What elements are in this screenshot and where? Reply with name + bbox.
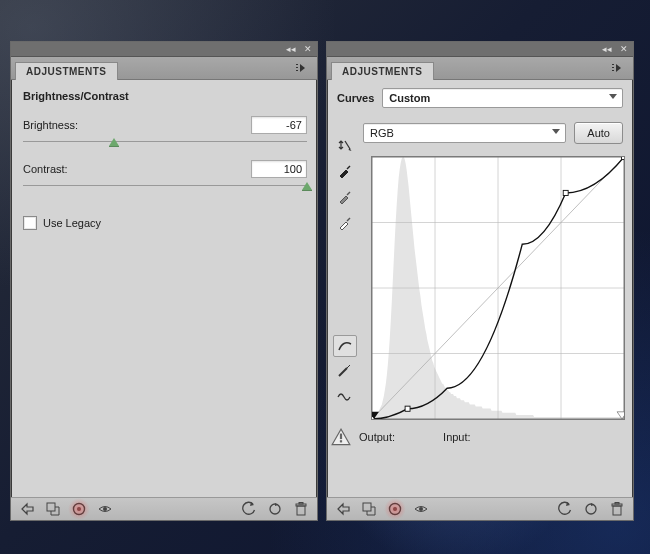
brightness-contrast-panel: ◂◂ ✕ ADJUSTMENTS Brightness/Contrast Bri… [10, 41, 318, 521]
visibility-icon[interactable] [413, 501, 429, 517]
visibility-icon[interactable] [97, 501, 113, 517]
contrast-slider[interactable] [23, 182, 307, 194]
svg-point-30 [393, 507, 397, 511]
trash-icon[interactable] [609, 501, 625, 517]
smooth-curve-icon[interactable] [333, 385, 355, 405]
reset-icon[interactable] [267, 501, 283, 517]
svg-rect-25 [622, 157, 624, 160]
svg-rect-0 [296, 64, 298, 65]
brightness-label: Brightness: [23, 119, 78, 131]
svg-rect-11 [612, 64, 614, 65]
contrast-label: Contrast: [23, 163, 68, 175]
svg-rect-27 [340, 440, 342, 442]
reset-icon[interactable] [583, 501, 599, 517]
svg-point-31 [419, 507, 423, 511]
on-image-adjust-icon[interactable] [334, 135, 356, 155]
tab-adjustments[interactable]: ADJUSTMENTS [15, 62, 118, 80]
brightness-slider[interactable] [23, 138, 307, 150]
return-to-list-icon[interactable] [335, 501, 351, 517]
edit-points-icon[interactable] [333, 335, 357, 357]
use-legacy-checkbox[interactable] [23, 216, 37, 230]
tab-row: ADJUSTMENTS [11, 57, 317, 80]
section-title-row: Curves Custom [337, 88, 623, 108]
white-point-eyedropper-icon[interactable] [334, 213, 356, 233]
panel-footer [327, 497, 633, 520]
svg-rect-10 [299, 503, 303, 505]
curves-panel: ◂◂ ✕ ADJUSTMENTS Curves Custom [326, 41, 634, 521]
channel-dropdown[interactable]: RGB [363, 123, 566, 143]
svg-rect-2 [296, 70, 298, 71]
auto-button[interactable]: Auto [574, 122, 623, 144]
svg-point-6 [103, 507, 107, 511]
output-label: Output: [359, 431, 395, 443]
previous-state-icon[interactable] [557, 501, 573, 517]
use-legacy-label: Use Legacy [43, 217, 101, 229]
svg-rect-24 [563, 190, 568, 195]
panel-body: Brightness/Contrast Brightness: -67 Cont… [11, 80, 317, 497]
expanded-view-icon[interactable] [45, 501, 61, 517]
brightness-input[interactable]: -67 [251, 116, 307, 134]
return-to-list-icon[interactable] [19, 501, 35, 517]
preset-value: Custom [389, 92, 430, 104]
svg-point-5 [77, 507, 81, 511]
curves-grid[interactable] [371, 156, 625, 420]
panel-footer [11, 497, 317, 520]
tab-row: ADJUSTMENTS [327, 57, 633, 80]
panel-titlebar[interactable]: ◂◂ ✕ [11, 42, 317, 57]
section-title: Brightness/Contrast [23, 90, 307, 102]
svg-rect-12 [612, 67, 614, 68]
flyout-menu-icon[interactable] [295, 62, 309, 74]
clip-warning-icon[interactable] [331, 428, 351, 446]
previous-state-icon[interactable] [241, 501, 257, 517]
preset-dropdown[interactable]: Custom [382, 88, 623, 108]
gray-point-eyedropper-icon[interactable] [334, 187, 356, 207]
section-title: Curves [337, 92, 374, 104]
svg-rect-33 [613, 506, 621, 515]
black-point-eyedropper-icon[interactable] [334, 161, 356, 181]
collapse-icon[interactable]: ◂◂ [285, 44, 296, 55]
clip-to-layer-icon[interactable] [387, 501, 403, 517]
svg-rect-13 [612, 70, 614, 71]
draw-curve-icon[interactable] [333, 361, 355, 381]
svg-rect-35 [615, 503, 619, 505]
panel-body: Curves Custom [327, 80, 633, 497]
close-icon[interactable]: ✕ [618, 44, 629, 55]
svg-rect-26 [340, 434, 342, 440]
svg-rect-23 [405, 406, 410, 411]
trash-icon[interactable] [293, 501, 309, 517]
collapse-icon[interactable]: ◂◂ [601, 44, 612, 55]
close-icon[interactable]: ✕ [302, 44, 313, 55]
panel-titlebar[interactable]: ◂◂ ✕ [327, 42, 633, 57]
channel-value: RGB [370, 127, 394, 139]
svg-rect-3 [47, 503, 55, 511]
contrast-input[interactable]: 100 [251, 160, 307, 178]
svg-rect-28 [363, 503, 371, 511]
svg-rect-1 [296, 67, 298, 68]
expanded-view-icon[interactable] [361, 501, 377, 517]
svg-rect-8 [297, 506, 305, 515]
tab-adjustments[interactable]: ADJUSTMENTS [331, 62, 434, 80]
input-label: Input: [443, 431, 471, 443]
flyout-menu-icon[interactable] [611, 62, 625, 74]
clip-to-layer-icon[interactable] [71, 501, 87, 517]
